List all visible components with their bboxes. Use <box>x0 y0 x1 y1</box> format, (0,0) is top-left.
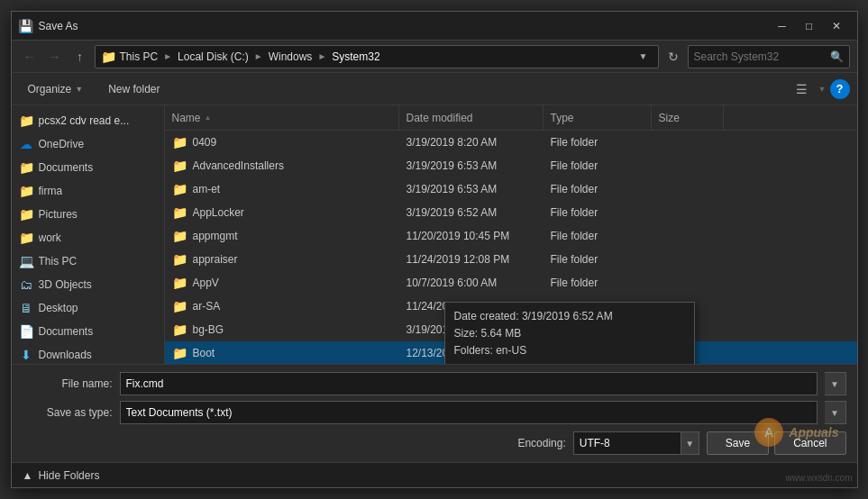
file-name-cell: 📁 AppLocker <box>165 201 399 224</box>
col-header-type[interactable]: Type <box>544 105 652 130</box>
file-type-cell: File folder <box>544 201 652 224</box>
main-content: 📁 pcsx2 cdv read e... ☁ OneDrive 📁 Docum… <box>12 105 857 364</box>
file-name-cell: 📁 bg-BG <box>165 318 399 341</box>
sidebar-item-documents2[interactable]: 📄 Documents <box>12 320 164 343</box>
file-size-cell <box>652 154 724 177</box>
file-type-cell: File folder <box>544 341 652 364</box>
file-size-cell <box>652 318 724 341</box>
address-dropdown-icon[interactable]: ▼ <box>635 51 653 61</box>
sidebar-item-work-label: work <box>39 231 61 244</box>
toolbar: Organize ▼ New folder ☰ ▼ ? <box>12 73 857 105</box>
dialog-title: Save As <box>39 20 769 32</box>
table-row[interactable]: 📁 bg-BG 3/19/2019 8:22 AM File folder <box>165 318 857 341</box>
dialog-wrapper: 💾 Save As ─ □ ✕ ← → ↑ 📁 This PC ► Local … <box>0 0 868 499</box>
file-date-cell: 11/24/2019 12:08 PM <box>399 248 544 271</box>
file-name-dropdown-button[interactable]: ▼ <box>825 372 846 395</box>
file-date-cell: 3/19/2019 6:53 AM <box>399 177 544 201</box>
sidebar-item-documents[interactable]: 📁 Documents <box>12 156 164 179</box>
table-row[interactable]: 📁 AppLocker 3/19/2019 6:52 AM File folde… <box>165 201 857 224</box>
up-button[interactable]: ↑ <box>69 46 91 68</box>
file-name-cell: 📁 Boot <box>165 341 399 364</box>
file-date-cell: 3/19/2019 6:53 AM <box>399 154 544 177</box>
encoding-label: Encoding: <box>517 437 565 449</box>
sidebar-item-firma[interactable]: 📁 firma <box>12 179 164 203</box>
file-size-cell <box>652 248 724 271</box>
folder-icon: 📁 <box>172 252 187 267</box>
file-name-input[interactable] <box>120 372 818 395</box>
folder-icon: 📁 <box>172 346 187 360</box>
file-type-row: Save as type: ▼ <box>23 401 846 424</box>
new-folder-button[interactable]: New folder <box>99 77 169 101</box>
file-type-cell: File folder <box>544 224 652 248</box>
file-date-cell: 3/19/2019 8:20 AM <box>399 131 544 154</box>
file-name-cell: 📁 appmgmt <box>165 224 399 248</box>
view-button[interactable]: ☰ <box>790 77 815 101</box>
file-list-area: Name ▲ Date modified Type Size <box>165 105 857 364</box>
file-date-cell: 12/13/2019 1:56 AM <box>399 341 544 364</box>
save-type-label: Save as type: <box>23 406 113 419</box>
sidebar-item-downloads[interactable]: ⬇ Downloads <box>12 343 164 364</box>
back-button[interactable]: ← <box>19 46 41 68</box>
documents2-icon: 📄 <box>19 324 33 339</box>
search-bar[interactable]: 🔍 <box>688 45 850 68</box>
save-as-dialog: 💾 Save As ─ □ ✕ ← → ↑ 📁 This PC ► Local … <box>11 11 858 488</box>
hide-folders-bar[interactable]: ▲ Hide Folders <box>12 462 857 487</box>
file-name-cell: 📁 ar-SA <box>165 295 399 318</box>
sidebar-item-thispc-label: This PC <box>39 255 78 268</box>
address-folder-icon: 📁 <box>101 50 116 64</box>
file-date-cell: 10/7/2019 6:00 AM <box>399 271 544 295</box>
table-row[interactable]: 📁 AppV 10/7/2019 6:00 AM File folder <box>165 271 857 295</box>
file-size-cell <box>652 177 724 201</box>
firma-icon: 📁 <box>19 184 33 198</box>
table-row[interactable]: 📁 0409 3/19/2019 8:20 AM File folder <box>165 131 857 154</box>
work-icon: 📁 <box>19 231 33 245</box>
sidebar-item-pcsx2[interactable]: 📁 pcsx2 cdv read e... <box>12 109 164 132</box>
sidebar-item-thispc[interactable]: 💻 This PC <box>12 250 164 273</box>
col-header-name[interactable]: Name ▲ <box>165 105 399 130</box>
organize-dropdown-icon: ▼ <box>75 85 83 94</box>
encoding-row: Encoding: UTF-8 UTF-16 ANSI ▼ Save Cance… <box>23 431 846 455</box>
file-type-cell: File folder <box>544 318 652 341</box>
file-date-cell: 11/20/2019 10:45 PM <box>399 224 544 248</box>
close-button[interactable]: ✕ <box>823 17 850 35</box>
sidebar-item-desktop[interactable]: 🖥 Desktop <box>12 296 164 320</box>
col-header-size[interactable]: Size <box>652 105 724 130</box>
sidebar: 📁 pcsx2 cdv read e... ☁ OneDrive 📁 Docum… <box>12 105 165 364</box>
save-type-input[interactable] <box>120 401 818 424</box>
search-icon: 🔍 <box>830 50 844 63</box>
bottom-area: File name: ▼ Save as type: ▼ Encoding: U… <box>12 364 857 462</box>
table-row[interactable]: 📁 Boot 12/13/2019 1:56 AM File folder <box>165 341 857 364</box>
table-row[interactable]: 📁 appmgmt 11/20/2019 10:45 PM File folde… <box>165 224 857 248</box>
folder-icon: 📁 <box>172 276 187 290</box>
col-header-date[interactable]: Date modified <box>399 105 544 130</box>
folder-icon: 📁 <box>172 322 187 337</box>
file-type-cell: File folder <box>544 271 652 295</box>
sidebar-item-onedrive[interactable]: ☁ OneDrive <box>12 132 164 156</box>
table-row[interactable]: 📁 AdvancedInstallers 3/19/2019 6:53 AM F… <box>165 154 857 177</box>
sidebar-item-3dobjects[interactable]: 🗂 3D Objects <box>12 273 164 296</box>
expand-icon: ▲ <box>23 469 33 482</box>
forward-button[interactable]: → <box>44 46 66 68</box>
sidebar-item-pcsx2-label: pcsx2 cdv read e... <box>39 114 130 127</box>
file-name-label: File name: <box>23 377 113 390</box>
minimize-button[interactable]: ─ <box>769 17 796 35</box>
sidebar-item-work[interactable]: 📁 work <box>12 226 164 250</box>
table-row[interactable]: 📁 am-et 3/19/2019 6:53 AM File folder <box>165 177 857 201</box>
column-headers: Name ▲ Date modified Type Size <box>165 105 857 131</box>
encoding-select[interactable]: UTF-8 UTF-16 ANSI <box>573 431 681 455</box>
sidebar-item-pictures[interactable]: 📁 Pictures <box>12 203 164 226</box>
search-input[interactable] <box>694 50 827 63</box>
organize-button[interactable]: Organize ▼ <box>19 77 93 101</box>
help-button[interactable]: ? <box>830 79 850 99</box>
address-bar[interactable]: 📁 This PC ► Local Disk (C:) ► Windows ► … <box>95 45 659 68</box>
maximize-button[interactable]: □ <box>796 17 823 35</box>
refresh-button[interactable]: ↻ <box>662 46 684 68</box>
navigation-bar: ← → ↑ 📁 This PC ► Local Disk (C:) ► Wind… <box>12 41 857 73</box>
sidebar-item-firma-label: firma <box>39 185 63 197</box>
file-size-cell <box>652 224 724 248</box>
file-type-cell: File folder <box>544 248 652 271</box>
folder-icon: 📁 <box>172 229 187 243</box>
table-row[interactable]: 📁 appraiser 11/24/2019 12:08 PM File fol… <box>165 248 857 271</box>
table-row[interactable]: 📁 ar-SA 11/24/2019 12:08 PM File folder <box>165 295 857 318</box>
folder-icon: 📁 <box>172 182 187 196</box>
